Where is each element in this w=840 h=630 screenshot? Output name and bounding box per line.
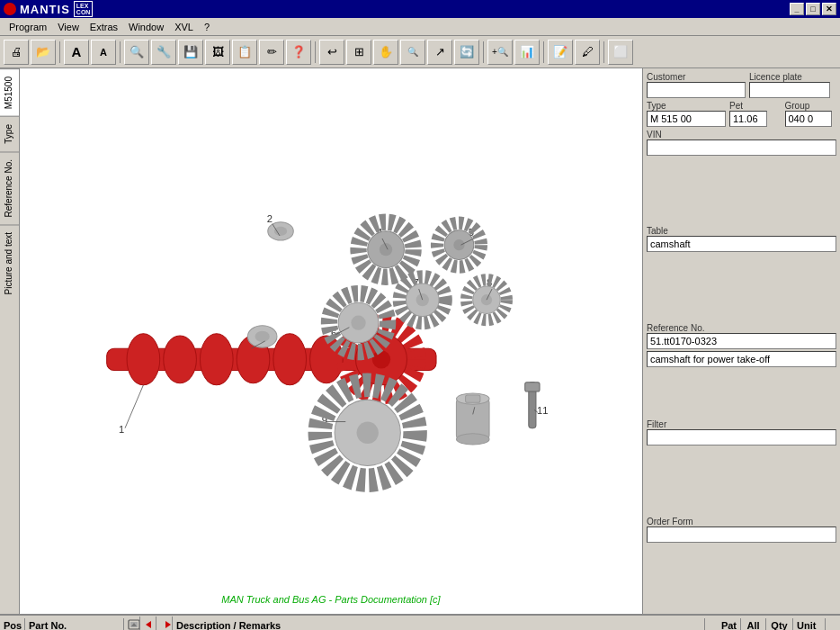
th-img1 (124, 616, 140, 631)
toolbar-clipboard[interactable]: 📋 (232, 40, 257, 65)
toolbar-note[interactable]: 📝 (548, 40, 573, 65)
svg-point-42 (456, 434, 489, 445)
app-icon (4, 3, 16, 15)
svg-point-30 (351, 316, 365, 330)
refno-label: Reference No. (647, 323, 836, 333)
toolbar-grid[interactable]: ⊞ (346, 40, 371, 65)
toolbar-zoom-area[interactable]: 🔍 (400, 40, 425, 65)
title-bar-buttons: _ □ ✕ (790, 3, 836, 15)
svg-point-13 (127, 334, 160, 385)
orderform-label: Order Form (647, 517, 836, 526)
app-title: MANTIS (20, 3, 70, 16)
toolbar-image[interactable]: 🖼 (205, 40, 230, 65)
toolbar: 🖨 📂 A A 🔍 🔧 💾 🖼 📋 ✏ ❓ ↩ ⊞ ✋ 🔍 ↗ 🔄 +🔍 📊 📝… (0, 36, 840, 68)
toolbar-chart[interactable]: 📊 (514, 40, 540, 65)
toolbar-zoom-in[interactable]: +🔍 (487, 40, 513, 65)
refno-input[interactable] (647, 333, 836, 349)
th-part: Part No. (25, 618, 124, 631)
tab-reference-no[interactable]: Reference No. (0, 151, 19, 224)
customer-group: Customer (647, 72, 746, 98)
toolbar-search[interactable]: 🔍 (124, 40, 149, 65)
pet-input[interactable] (729, 111, 767, 127)
diagram-watermark: MAN Truck and Bus AG - Parts Documentati… (221, 594, 440, 605)
menu-window[interactable]: Window (123, 20, 169, 34)
title-bar-left: MANTIS LEXCON (4, 1, 93, 17)
menu-xvl[interactable]: XVL (169, 20, 199, 34)
type-label: Type (647, 101, 726, 111)
table-group: Table (647, 226, 836, 320)
svg-point-17 (273, 334, 307, 385)
group-field-group: Group (785, 101, 837, 127)
diagram-svg: 1 2 2 4 5 6 7 8 9 10 11 (20, 68, 642, 614)
orderform-input[interactable] (647, 526, 836, 543)
svg-text:2: 2 (267, 213, 273, 224)
toolbar-3d[interactable]: ⬜ (608, 40, 633, 65)
title-bar: MANTIS LEXCON _ □ ✕ (0, 0, 840, 18)
toolbar-pan[interactable]: ✋ (373, 40, 398, 65)
vin-input[interactable] (647, 140, 836, 156)
type-group: Type (647, 101, 726, 127)
filter-label: Filter (647, 419, 836, 429)
table-input[interactable] (647, 236, 836, 252)
toolbar-save[interactable]: 💾 (178, 40, 203, 65)
pet-label: Pet (729, 101, 782, 111)
type-input[interactable] (647, 111, 726, 127)
th-img3 (156, 616, 173, 631)
lex-con-badge: LEXCON (74, 1, 94, 17)
diagram-area: 1 2 2 4 5 6 7 8 9 10 11 (20, 68, 642, 614)
vin-group: VIN (647, 130, 836, 223)
svg-point-21 (372, 350, 390, 368)
svg-point-24 (380, 243, 392, 256)
customer-input[interactable] (647, 82, 746, 98)
toolbar-sep-6 (603, 41, 604, 63)
menu-program[interactable]: Program (4, 20, 52, 34)
menu-extras[interactable]: Extras (85, 20, 123, 34)
th-img2 (140, 616, 156, 631)
main-content: M51500 Type Reference No. Picture and te… (0, 68, 840, 614)
parts-area: Pos Part No. Description / Remarks Pat A… (0, 614, 840, 630)
th-pat: Pat (705, 618, 741, 631)
tab-picture-text[interactable]: Picture and text (0, 224, 19, 302)
toolbar-arrow[interactable]: ↗ (427, 40, 452, 65)
close-button[interactable]: ✕ (822, 3, 836, 15)
toolbar-print[interactable]: 🖨 (4, 40, 29, 65)
toolbar-back[interactable]: ↩ (319, 40, 344, 65)
toolbar-tool[interactable]: 🔧 (151, 40, 176, 65)
left-tabs: M51500 Type Reference No. Picture and te… (0, 68, 20, 614)
licence-group: Licence plate (749, 72, 836, 98)
toolbar-rotate[interactable]: 🔄 (454, 40, 479, 65)
toolbar-text-small[interactable]: A (91, 40, 116, 65)
th-qty: Qty (766, 618, 793, 631)
toolbar-sep-5 (543, 41, 544, 63)
toolbar-text-large[interactable]: A (64, 40, 89, 65)
toolbar-sep-4 (483, 41, 484, 63)
svg-text:11: 11 (537, 405, 548, 416)
customer-label: Customer (647, 72, 746, 82)
menu-help[interactable]: ? (199, 20, 215, 34)
th-unit: Unit (793, 618, 826, 631)
toolbar-sep-1 (59, 41, 60, 63)
refno-desc-input[interactable] (647, 351, 836, 367)
maximize-button[interactable]: □ (806, 3, 820, 15)
svg-point-14 (164, 336, 197, 383)
toolbar-open[interactable]: 📂 (31, 40, 56, 65)
svg-point-27 (453, 239, 464, 250)
toolbar-edit[interactable]: ✏ (259, 40, 284, 65)
toolbar-help[interactable]: ❓ (286, 40, 311, 65)
tab-m51500[interactable]: M51500 (0, 68, 19, 116)
tab-type[interactable]: Type (0, 116, 19, 151)
svg-rect-45 (525, 382, 540, 392)
customer-row: Customer Licence plate (647, 72, 836, 98)
menu-view[interactable]: View (52, 20, 85, 34)
group-input[interactable] (785, 111, 832, 127)
filter-input[interactable] (647, 429, 836, 446)
svg-rect-43 (466, 395, 480, 402)
licence-label: Licence plate (749, 72, 836, 82)
toolbar-pen[interactable]: 🖊 (575, 40, 600, 65)
vin-label: VIN (647, 130, 836, 140)
table-label: Table (647, 226, 836, 236)
minimize-button[interactable]: _ (790, 3, 804, 15)
licence-input[interactable] (749, 82, 830, 98)
svg-point-47 (274, 227, 287, 236)
filter-group: Filter (647, 419, 836, 513)
